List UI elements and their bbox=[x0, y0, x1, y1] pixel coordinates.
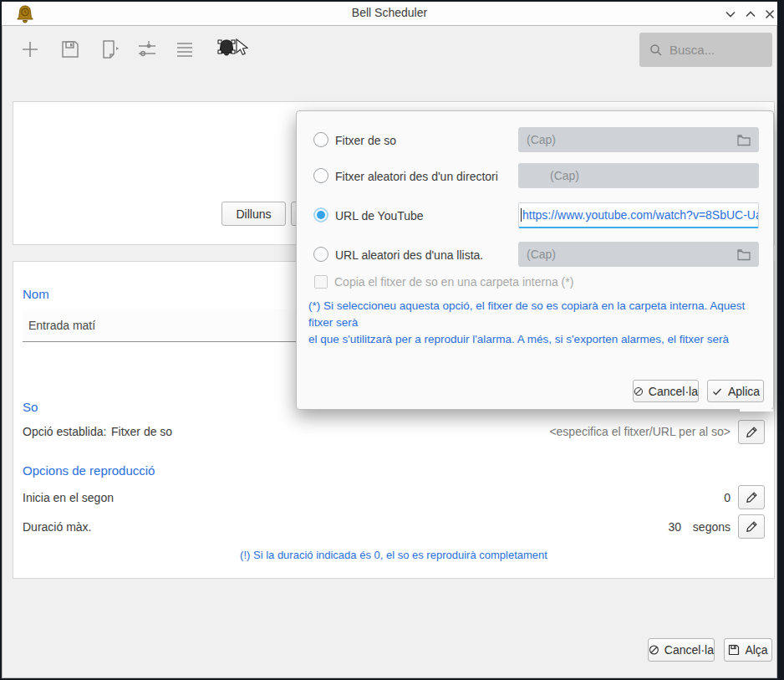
popup-note-line2: el que s'utilitzarà per a reproduir l'al… bbox=[308, 331, 766, 348]
folder-icon[interactable] bbox=[737, 134, 751, 146]
footer-save-button[interactable]: Alça bbox=[724, 638, 772, 662]
random-url-list-value: (Cap) bbox=[527, 248, 737, 261]
copy-internal-checkbox[interactable] bbox=[314, 275, 328, 289]
start-second-value: 0 bbox=[587, 491, 731, 504]
save-button[interactable] bbox=[59, 38, 82, 61]
name-heading: Nom bbox=[23, 287, 49, 301]
pencil-icon bbox=[746, 491, 758, 504]
footer-cancel-label: Cancel·la bbox=[664, 643, 714, 657]
radio-random-directory-label: Fitxer aleatori des d'un directori bbox=[335, 170, 498, 183]
folder-icon[interactable] bbox=[737, 248, 751, 261]
adjust-button[interactable] bbox=[135, 38, 159, 61]
radio-random-url-list[interactable] bbox=[313, 247, 328, 262]
pencil-icon bbox=[746, 426, 758, 438]
cancel-icon bbox=[649, 644, 659, 656]
popup-apply-button[interactable]: Aplica bbox=[707, 380, 764, 402]
duration-note: (!) Si la duració indicada és 0, el so e… bbox=[13, 549, 775, 561]
copy-internal-checkbox-label: Copia el fitxer de so en una carpeta int… bbox=[334, 275, 573, 289]
radio-random-url-list-label: URL aleatori des d'una llista. bbox=[335, 248, 483, 262]
screen: Bell Scheduler bbox=[0, 0, 784, 680]
sound-heading: So bbox=[23, 400, 38, 414]
edit-sound-button[interactable] bbox=[738, 420, 765, 444]
sound-file-field: (Cap) bbox=[518, 127, 759, 152]
radio-youtube-url-label: URL de YouTube bbox=[335, 209, 424, 222]
cancel-icon bbox=[634, 386, 644, 397]
sound-chooser-popup: Fitxer de so (Cap) Fitxer aleatori des d… bbox=[296, 110, 774, 410]
add-alarm-button[interactable] bbox=[18, 38, 42, 61]
search-input[interactable] bbox=[669, 43, 761, 57]
list-button[interactable] bbox=[173, 38, 196, 61]
maximize-icon[interactable] bbox=[744, 8, 757, 21]
popup-cancel-label: Cancel·la bbox=[649, 385, 698, 398]
pencil-icon bbox=[746, 520, 758, 533]
radio-random-directory[interactable] bbox=[313, 168, 328, 183]
playback-heading: Opcions de reproducció bbox=[23, 463, 155, 478]
app-window: Bell Scheduler bbox=[2, 2, 777, 678]
youtube-url-value: https://www.youtube.com/watch?v=8SbUC-Ua bbox=[522, 208, 759, 222]
unmaximize-icon[interactable] bbox=[724, 8, 737, 21]
sound-hint: <especifica el fitxer/URL per al so> bbox=[470, 425, 731, 438]
check-icon bbox=[711, 386, 723, 397]
random-directory-value: (Cap) bbox=[550, 169, 742, 182]
sound-file-value: (Cap) bbox=[527, 133, 737, 146]
random-url-list-field: (Cap) bbox=[518, 242, 759, 267]
edit-duration-button[interactable] bbox=[738, 514, 765, 539]
day-button-dilluns[interactable]: Dilluns bbox=[221, 202, 286, 226]
popup-note-line1: (*) Si seleccioneu aquesta opció, el fit… bbox=[308, 298, 766, 331]
popup-apply-label: Aplica bbox=[728, 385, 760, 398]
search-icon bbox=[649, 43, 663, 57]
bell-drag-icon[interactable] bbox=[215, 38, 248, 61]
popup-tail-cover bbox=[740, 409, 773, 412]
footer-save-label: Alça bbox=[745, 643, 767, 657]
sound-option-label: Opció establida: bbox=[23, 425, 106, 438]
day-button-label: Dilluns bbox=[236, 207, 271, 221]
youtube-url-input[interactable]: https://www.youtube.com/watch?v=8SbUC-Ua bbox=[518, 202, 759, 228]
edit-start-second-button[interactable] bbox=[738, 485, 765, 509]
random-directory-dropdown: (Cap) bbox=[518, 163, 759, 188]
radio-sound-file[interactable] bbox=[313, 132, 328, 147]
duplicate-button[interactable] bbox=[98, 38, 121, 61]
start-second-label: Inicia en el segon bbox=[23, 491, 114, 504]
search-box[interactable] bbox=[639, 33, 772, 67]
duration-unit: segons bbox=[637, 520, 731, 534]
close-icon[interactable] bbox=[763, 8, 776, 21]
footer-cancel-button[interactable]: Cancel·la bbox=[648, 638, 715, 662]
popup-note: (*) Si seleccioneu aquesta opció, el fit… bbox=[308, 298, 766, 348]
titlebar[interactable]: Bell Scheduler bbox=[2, 2, 777, 25]
radio-youtube-url[interactable] bbox=[313, 207, 328, 222]
save-icon bbox=[728, 644, 740, 656]
window-title: Bell Scheduler bbox=[2, 6, 777, 19]
sound-option-value: Fitxer de so bbox=[111, 425, 172, 438]
popup-cancel-button[interactable]: Cancel·la bbox=[633, 380, 699, 402]
duration-label: Duració màx. bbox=[23, 520, 91, 534]
radio-sound-file-label: Fitxer de so bbox=[335, 134, 396, 147]
cursor-arrow bbox=[237, 39, 247, 54]
